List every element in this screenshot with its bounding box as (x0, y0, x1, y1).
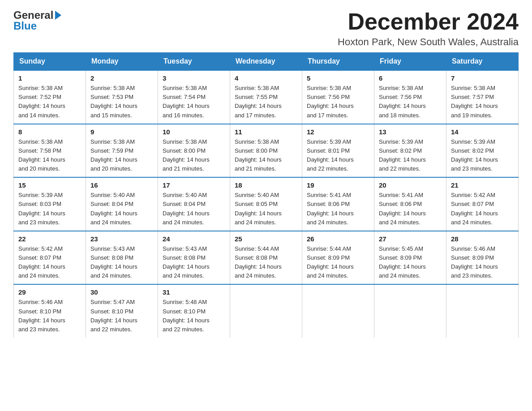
day-number: 23 (90, 235, 153, 243)
day-info: Sunrise: 5:47 AM Sunset: 8:10 PM Dayligh… (90, 298, 153, 334)
month-title: December 2024 (338, 9, 519, 34)
calendar-week-2: 8 Sunrise: 5:38 AM Sunset: 7:58 PM Dayli… (14, 124, 519, 178)
day-info: Sunrise: 5:44 AM Sunset: 8:09 PM Dayligh… (307, 244, 369, 281)
day-info: Sunrise: 5:44 AM Sunset: 8:08 PM Dayligh… (235, 244, 297, 281)
day-info: Sunrise: 5:38 AM Sunset: 8:00 PM Dayligh… (235, 137, 297, 174)
day-number: 25 (235, 235, 297, 243)
calendar-cell: 24 Sunrise: 5:43 AM Sunset: 8:08 PM Dayl… (158, 231, 230, 285)
day-info: Sunrise: 5:40 AM Sunset: 8:04 PM Dayligh… (90, 191, 153, 227)
day-info: Sunrise: 5:39 AM Sunset: 8:02 PM Dayligh… (379, 137, 442, 174)
day-info: Sunrise: 5:41 AM Sunset: 8:06 PM Dayligh… (307, 191, 369, 227)
calendar-cell: 23 Sunrise: 5:43 AM Sunset: 8:08 PM Dayl… (86, 231, 158, 285)
calendar-cell: 27 Sunrise: 5:45 AM Sunset: 8:09 PM Dayl… (374, 231, 446, 285)
day-number: 28 (451, 235, 514, 243)
day-info: Sunrise: 5:39 AM Sunset: 8:02 PM Dayligh… (451, 137, 514, 174)
calendar-cell (302, 284, 374, 338)
day-number: 13 (379, 128, 442, 136)
calendar-cell: 3 Sunrise: 5:38 AM Sunset: 7:54 PM Dayli… (158, 70, 230, 124)
calendar-week-5: 29 Sunrise: 5:46 AM Sunset: 8:10 PM Dayl… (14, 284, 519, 338)
day-number: 15 (18, 181, 81, 189)
day-number: 31 (163, 288, 225, 296)
calendar-cell: 18 Sunrise: 5:40 AM Sunset: 8:05 PM Dayl… (230, 177, 302, 231)
day-info: Sunrise: 5:38 AM Sunset: 7:59 PM Dayligh… (90, 137, 153, 174)
day-info: Sunrise: 5:38 AM Sunset: 7:56 PM Dayligh… (379, 84, 442, 120)
calendar-week-1: 1 Sunrise: 5:38 AM Sunset: 7:52 PM Dayli… (14, 70, 519, 124)
header-thursday: Thursday (302, 53, 374, 71)
calendar-week-3: 15 Sunrise: 5:39 AM Sunset: 8:03 PM Dayl… (14, 177, 519, 231)
day-info: Sunrise: 5:38 AM Sunset: 8:00 PM Dayligh… (163, 137, 225, 174)
calendar-cell: 6 Sunrise: 5:38 AM Sunset: 7:56 PM Dayli… (374, 70, 446, 124)
calendar-header-row: SundayMondayTuesdayWednesdayThursdayFrid… (14, 53, 519, 71)
logo-text: General Blue (13, 9, 62, 32)
day-info: Sunrise: 5:40 AM Sunset: 8:05 PM Dayligh… (235, 191, 297, 227)
header-saturday: Saturday (446, 53, 519, 71)
day-info: Sunrise: 5:39 AM Sunset: 8:03 PM Dayligh… (18, 191, 81, 227)
calendar-cell: 12 Sunrise: 5:39 AM Sunset: 8:01 PM Dayl… (302, 124, 374, 178)
day-info: Sunrise: 5:42 AM Sunset: 8:07 PM Dayligh… (451, 191, 514, 227)
header-sunday: Sunday (14, 53, 86, 71)
day-number: 16 (90, 181, 153, 189)
page-header: General Blue December 2024 Hoxton Park, … (13, 9, 519, 48)
day-number: 4 (235, 74, 297, 82)
day-number: 24 (163, 235, 225, 243)
calendar-cell: 22 Sunrise: 5:42 AM Sunset: 8:07 PM Dayl… (14, 231, 86, 285)
day-number: 18 (235, 181, 297, 189)
day-number: 29 (18, 288, 81, 296)
logo-arrow-icon (55, 11, 61, 20)
header-tuesday: Tuesday (158, 53, 230, 71)
header-monday: Monday (86, 53, 158, 71)
day-number: 11 (235, 128, 297, 136)
day-info: Sunrise: 5:48 AM Sunset: 8:10 PM Dayligh… (163, 298, 225, 334)
day-info: Sunrise: 5:38 AM Sunset: 7:56 PM Dayligh… (307, 84, 369, 120)
calendar-cell: 28 Sunrise: 5:46 AM Sunset: 8:09 PM Dayl… (446, 231, 519, 285)
day-number: 2 (90, 74, 153, 82)
day-info: Sunrise: 5:42 AM Sunset: 8:07 PM Dayligh… (18, 244, 81, 281)
day-number: 3 (163, 74, 225, 82)
calendar-cell: 26 Sunrise: 5:44 AM Sunset: 8:09 PM Dayl… (302, 231, 374, 285)
location-title: Hoxton Park, New South Wales, Australia (338, 36, 519, 48)
calendar-cell: 19 Sunrise: 5:41 AM Sunset: 8:06 PM Dayl… (302, 177, 374, 231)
calendar-cell: 2 Sunrise: 5:38 AM Sunset: 7:53 PM Dayli… (86, 70, 158, 124)
calendar-cell: 17 Sunrise: 5:40 AM Sunset: 8:04 PM Dayl… (158, 177, 230, 231)
day-number: 14 (451, 128, 514, 136)
day-number: 5 (307, 74, 369, 82)
day-info: Sunrise: 5:43 AM Sunset: 8:08 PM Dayligh… (90, 244, 153, 281)
calendar-cell (446, 284, 519, 338)
day-number: 21 (451, 181, 514, 189)
day-number: 9 (90, 128, 153, 136)
day-number: 1 (18, 74, 81, 82)
header-wednesday: Wednesday (230, 53, 302, 71)
calendar-cell: 21 Sunrise: 5:42 AM Sunset: 8:07 PM Dayl… (446, 177, 519, 231)
day-number: 30 (90, 288, 153, 296)
calendar-cell: 9 Sunrise: 5:38 AM Sunset: 7:59 PM Dayli… (86, 124, 158, 178)
day-info: Sunrise: 5:40 AM Sunset: 8:04 PM Dayligh… (163, 191, 225, 227)
day-number: 7 (451, 74, 514, 82)
day-number: 10 (163, 128, 225, 136)
day-number: 17 (163, 181, 225, 189)
day-info: Sunrise: 5:39 AM Sunset: 8:01 PM Dayligh… (307, 137, 369, 174)
day-info: Sunrise: 5:41 AM Sunset: 8:06 PM Dayligh… (379, 191, 442, 227)
calendar-cell: 15 Sunrise: 5:39 AM Sunset: 8:03 PM Dayl… (14, 177, 86, 231)
calendar-cell: 1 Sunrise: 5:38 AM Sunset: 7:52 PM Dayli… (14, 70, 86, 124)
calendar-cell: 5 Sunrise: 5:38 AM Sunset: 7:56 PM Dayli… (302, 70, 374, 124)
day-info: Sunrise: 5:38 AM Sunset: 7:53 PM Dayligh… (90, 84, 153, 120)
logo: General Blue (13, 9, 62, 32)
calendar-cell: 14 Sunrise: 5:39 AM Sunset: 8:02 PM Dayl… (446, 124, 519, 178)
calendar-week-4: 22 Sunrise: 5:42 AM Sunset: 8:07 PM Dayl… (14, 231, 519, 285)
calendar-cell: 20 Sunrise: 5:41 AM Sunset: 8:06 PM Dayl… (374, 177, 446, 231)
day-number: 26 (307, 235, 369, 243)
calendar-cell: 11 Sunrise: 5:38 AM Sunset: 8:00 PM Dayl… (230, 124, 302, 178)
title-area: December 2024 Hoxton Park, New South Wal… (338, 9, 519, 48)
calendar-cell: 30 Sunrise: 5:47 AM Sunset: 8:10 PM Dayl… (86, 284, 158, 338)
day-number: 19 (307, 181, 369, 189)
day-info: Sunrise: 5:46 AM Sunset: 8:09 PM Dayligh… (451, 244, 514, 281)
calendar-cell (230, 284, 302, 338)
calendar-cell (374, 284, 446, 338)
calendar-cell: 7 Sunrise: 5:38 AM Sunset: 7:57 PM Dayli… (446, 70, 519, 124)
day-number: 22 (18, 235, 81, 243)
calendar-cell: 10 Sunrise: 5:38 AM Sunset: 8:00 PM Dayl… (158, 124, 230, 178)
day-info: Sunrise: 5:46 AM Sunset: 8:10 PM Dayligh… (18, 298, 81, 334)
day-info: Sunrise: 5:38 AM Sunset: 7:54 PM Dayligh… (163, 84, 225, 120)
calendar-table: SundayMondayTuesdayWednesdayThursdayFrid… (13, 52, 519, 338)
day-info: Sunrise: 5:38 AM Sunset: 7:57 PM Dayligh… (451, 84, 514, 120)
